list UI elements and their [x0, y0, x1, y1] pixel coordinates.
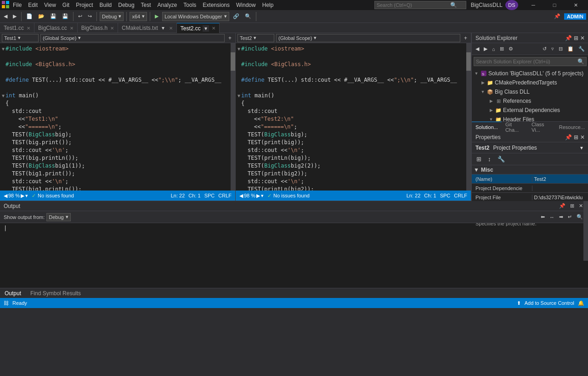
prop-maximize-icon[interactable]: ⊞ — [574, 134, 578, 140]
menu-edit[interactable]: Edit — [25, 1, 40, 9]
tb-save-all[interactable]: 💾 — [60, 12, 70, 20]
tb-redo[interactable]: ↪ — [86, 12, 94, 20]
editor-left-scope-dropdown[interactable]: Test1 ▾ — [2, 34, 39, 42]
editor-right-scope-dropdown[interactable]: Test2 ▾ — [237, 34, 274, 42]
doc-tab-test1-close[interactable]: ✕ — [27, 26, 30, 31]
menu-help[interactable]: Help — [260, 1, 277, 9]
output-align-center-btn[interactable]: ↔ — [548, 214, 556, 220]
doc-tab-cmakelists[interactable]: CMakeLists.txt ▾ ✕ — [118, 23, 177, 33]
output-align-left-btn[interactable]: ⬅ — [539, 214, 546, 220]
output-pin-btn[interactable]: 📌 — [558, 203, 567, 209]
tb-search-icon[interactable]: 🔍 — [243, 12, 253, 20]
minimize-button[interactable]: ─ — [523, 0, 544, 10]
doc-tab-bigclass-h-close[interactable]: ✕ — [110, 26, 114, 31]
tree-item-bigclassdll[interactable]: ▼ 📦 Big Class DLL — [472, 87, 588, 96]
prop-close-icon[interactable]: ✕ — [580, 134, 585, 140]
platform-dropdown[interactable]: x64 ▾ — [130, 12, 147, 21]
menu-window[interactable]: Window — [233, 1, 259, 9]
prop-pin-icon[interactable]: 📌 — [565, 134, 572, 140]
se-search-input[interactable] — [476, 59, 577, 64]
editor-left-zoom-next[interactable]: ▶ — [21, 193, 24, 199]
tree-item-solution[interactable]: ▼ S Solution 'BigClassDLL' (5 of 5 proje… — [472, 69, 588, 78]
se-tab-git[interactable]: Git Cha... — [502, 122, 528, 132]
tb-forward[interactable]: ▶ — [11, 12, 18, 20]
editor-right-zoom-prev[interactable]: ◀ — [239, 193, 243, 199]
output-align-right-btn[interactable]: ➡ — [558, 214, 565, 220]
editor-right-add-btn[interactable]: + — [462, 35, 469, 41]
tb-new[interactable]: 📄 — [24, 12, 34, 20]
status-notification-icon[interactable]: 🔔 — [578, 300, 584, 306]
menu-file[interactable]: File — [10, 1, 24, 9]
editor-right-zoom-chevron[interactable]: ▾ — [261, 193, 264, 199]
tree-item-bigclassdll-extdeps[interactable]: ▶ 📁 External Dependencies — [472, 106, 588, 115]
status-add-source-btn[interactable]: ⬆ — [517, 300, 521, 306]
prop-row-projfile[interactable]: Project File D:\ds32737\Entwicklu — [472, 193, 588, 202]
editor-left-zoom-chevron[interactable]: ▾ — [25, 193, 28, 199]
doc-tab-bigclass-h[interactable]: BigClass.h ✕ — [78, 23, 118, 33]
se-tb-refresh[interactable]: ↺ — [541, 45, 548, 53]
bottom-tab-find-symbol[interactable]: Find Symbol Results — [26, 288, 85, 298]
se-tb-forward[interactable]: ▶ — [482, 45, 489, 53]
se-tb-filter[interactable]: ▿ — [549, 45, 556, 53]
output-wrap-btn[interactable]: ↵ — [566, 214, 573, 220]
se-pin-icon[interactable]: 📌 — [565, 35, 572, 41]
prop-tb-wrench[interactable]: 🔧 — [495, 155, 508, 163]
tb-attach[interactable]: 🔗 — [231, 12, 241, 20]
maximize-button[interactable]: □ — [544, 0, 565, 10]
output-filter-btn[interactable]: 🔍 — [575, 214, 584, 220]
menu-debug[interactable]: Debug — [115, 1, 137, 9]
se-close-icon[interactable]: ✕ — [580, 35, 585, 41]
prop-group-misc-header[interactable]: ▼ Misc — [472, 165, 588, 174]
menu-tools[interactable]: Tools — [181, 1, 199, 9]
se-tb-wrench[interactable]: 🔧 — [577, 45, 587, 53]
tree-item-bigclassdll-headers[interactable]: ▼ 📁 Header Files — [472, 115, 588, 121]
menu-test[interactable]: Test — [138, 1, 154, 9]
se-tb-home[interactable]: ⌂ — [490, 45, 497, 53]
menu-analyze[interactable]: Analyze — [155, 1, 180, 9]
menu-build[interactable]: Build — [97, 1, 115, 9]
editor-left-add-btn[interactable]: + — [226, 35, 233, 41]
doc-tab-test1[interactable]: Test1.cc ✕ — [0, 23, 34, 33]
editor-right-code[interactable]: ▼ #include <iostream> #include <BigClass… — [236, 43, 466, 191]
menu-project[interactable]: Project — [73, 1, 96, 9]
editor-left-zoom-prev[interactable]: ◀ — [4, 193, 7, 199]
output-maximize-btn[interactable]: ⊞ — [569, 203, 576, 209]
user-avatar[interactable]: DS — [505, 0, 518, 10]
close-button[interactable]: ✕ — [565, 0, 586, 10]
se-tab-classview[interactable]: Class Vi... — [528, 122, 555, 132]
se-tb-collapse[interactable]: ⊟ — [557, 45, 565, 53]
prop-tb-sort[interactable]: ↕ — [485, 155, 494, 163]
tb-start-debug[interactable]: ▶ — [153, 12, 160, 20]
editor-left-global-scope-dropdown[interactable]: (Global Scope) ▾ — [40, 34, 225, 42]
output-vscrollbar[interactable] — [583, 201, 588, 261]
menu-extensions[interactable]: Extensions — [200, 1, 232, 9]
doc-tab-cmakelists-overflow[interactable]: ▾ — [160, 25, 166, 31]
prop-row-name[interactable]: (Name) Test2 — [472, 174, 588, 184]
doc-tab-cmakelists-close[interactable]: ✕ — [169, 26, 173, 31]
se-tb-properties[interactable]: 📋 — [565, 45, 576, 53]
editor-left-code[interactable]: ▼ #include <iostream> #include <BigClass… — [0, 43, 231, 191]
tree-item-cmake-predefined[interactable]: ▶ 📁 CMakePredefinedTargets — [472, 78, 588, 87]
tree-item-bigclassdll-refs[interactable]: ▶ ⊞ References — [472, 96, 588, 106]
se-tb-settings[interactable]: ⚙ — [507, 45, 515, 53]
global-search-input[interactable] — [377, 2, 450, 8]
debugger-dropdown[interactable]: Local Windows Debugger ▾ — [162, 12, 229, 21]
editor-left-vscrollbar[interactable] — [231, 43, 235, 191]
tb-undo[interactable]: ↩ — [76, 12, 84, 20]
editor-right-zoom-next[interactable]: ▶ — [256, 193, 260, 199]
se-tab-resource[interactable]: Resource... — [555, 122, 588, 132]
output-source-dropdown[interactable]: Debug ▾ — [46, 213, 70, 221]
se-tab-solution[interactable]: Solution... — [472, 122, 502, 132]
menu-view[interactable]: View — [41, 1, 59, 9]
tb-save[interactable]: 💾 — [48, 12, 58, 20]
se-tb-back[interactable]: ◀ — [474, 45, 481, 53]
tb-open[interactable]: 📂 — [36, 12, 46, 20]
menu-git[interactable]: Git — [60, 1, 72, 9]
editor-right-global-scope-dropdown[interactable]: (Global Scope) ▾ — [276, 34, 460, 42]
se-tb-grid[interactable]: ⊞ — [498, 45, 506, 53]
prop-tb-grid[interactable]: ⊞ — [474, 155, 484, 163]
prop-subject-chevron[interactable]: ▾ — [580, 145, 583, 151]
bottom-tab-output[interactable]: Output — [0, 288, 26, 298]
editor-right-vscrollbar[interactable] — [466, 43, 471, 191]
se-maximize-icon[interactable]: ⊞ — [574, 35, 578, 41]
